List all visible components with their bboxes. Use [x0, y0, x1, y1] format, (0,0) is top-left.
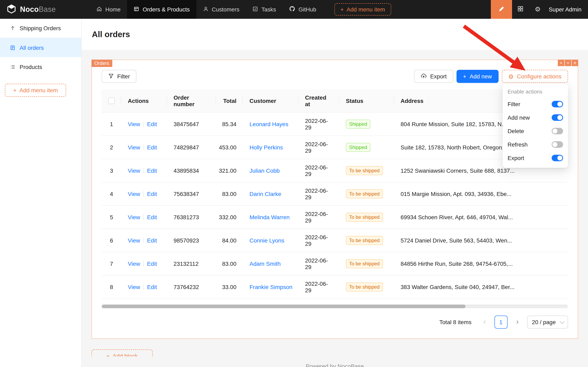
customer-link[interactable]: Adam Smith: [250, 260, 281, 267]
edit-link[interactable]: Edit: [147, 214, 157, 220]
plugin-manager-button[interactable]: [512, 0, 529, 19]
view-link[interactable]: View: [128, 191, 140, 197]
row-index: 2: [102, 136, 121, 159]
customer-link[interactable]: Darin Clarke: [250, 191, 281, 197]
view-link[interactable]: View: [128, 260, 140, 267]
address-cell: 383 Walter Gardens, Suite 040, 24947, Be…: [394, 275, 568, 298]
sidebar-item-all-orders[interactable]: All orders: [0, 38, 81, 57]
column-header-total: Total: [216, 89, 243, 112]
page-size-select[interactable]: 20 / page: [527, 316, 568, 329]
configure-actions-button[interactable]: ⚙ Configure actions: [502, 70, 568, 83]
view-link[interactable]: View: [128, 144, 140, 151]
table-row: 5 ViewEdit 76381273 332.00 Melinda Warre…: [102, 206, 568, 229]
block-add-icon[interactable]: +: [558, 60, 564, 66]
block-add-icon[interactable]: +: [565, 60, 571, 66]
pagination-total: Total 8 items: [439, 319, 471, 325]
add-block-button[interactable]: + Add block: [92, 350, 153, 356]
created-at-cell: 2022-06-29: [299, 136, 339, 159]
created-at-cell: 2022-06-29: [299, 183, 339, 205]
table-row: 7 ViewEdit 23132112 83.00 Adam Smith 202…: [102, 252, 568, 275]
view-link[interactable]: View: [128, 237, 140, 244]
table-toolbar: Filter Export + Add new ⚙: [102, 70, 568, 83]
column-header-status: Status: [339, 89, 394, 112]
scrollbar-thumb[interactable]: [102, 305, 465, 308]
next-page-button[interactable]: [511, 316, 524, 329]
page-number-button[interactable]: 1: [494, 316, 507, 329]
edit-link[interactable]: Edit: [147, 260, 157, 267]
home-icon: [96, 6, 102, 13]
gear-icon: ⚙: [535, 6, 541, 13]
delete-toggle-switch[interactable]: [552, 128, 563, 134]
toggle-row-filter[interactable]: Filter: [508, 97, 563, 111]
sidebar-item-products[interactable]: Products: [0, 57, 81, 76]
toggle-row-add-new[interactable]: Add new: [508, 111, 563, 124]
pagination: Total 8 items 1 20 / page: [102, 316, 568, 329]
block-menu-icon[interactable]: ≡: [572, 60, 578, 66]
block-designer-toolbar: + + ≡: [558, 60, 578, 66]
filter-button[interactable]: Filter: [102, 70, 136, 83]
edit-link[interactable]: Edit: [147, 191, 157, 197]
customer-link[interactable]: Leonard Hayes: [250, 121, 288, 127]
toggle-row-export[interactable]: Export: [508, 151, 563, 165]
view-link[interactable]: View: [128, 121, 140, 127]
edit-link[interactable]: Edit: [147, 144, 157, 151]
horizontal-scrollbar[interactable]: [102, 305, 568, 308]
pen-icon: [498, 6, 505, 13]
customer-link[interactable]: Holly Perkins: [250, 144, 283, 151]
customer-link[interactable]: Connie Lyons: [250, 237, 284, 244]
customer-link[interactable]: Melinda Warren: [250, 214, 290, 220]
export-toggle-switch[interactable]: [552, 155, 563, 161]
toggle-row-delete[interactable]: Delete: [508, 124, 563, 138]
nav-item-tasks[interactable]: Tasks: [246, 0, 283, 19]
gear-icon: ⚙: [508, 73, 514, 79]
add-menu-item-button-top[interactable]: + Add menu item: [334, 3, 391, 16]
edit-link[interactable]: Edit: [147, 284, 157, 290]
order-number-cell: 98570923: [167, 229, 216, 252]
block-collection-tag: Orders: [92, 60, 112, 67]
order-number-cell: 43895834: [167, 159, 216, 182]
nav-item-orders-products[interactable]: Orders & Products: [127, 0, 196, 19]
ui-editor-toggle-button[interactable]: [491, 0, 512, 19]
view-link[interactable]: View: [128, 167, 140, 174]
created-at-cell: 2022-06-29: [299, 206, 339, 229]
prev-page-button[interactable]: [478, 316, 491, 329]
view-link[interactable]: View: [128, 214, 140, 220]
status-badge: To be shipped: [346, 189, 383, 198]
customer-link[interactable]: Julian Cobb: [250, 167, 280, 174]
edit-link[interactable]: Edit: [147, 167, 157, 174]
nav-item-customers[interactable]: Customers: [196, 0, 246, 19]
address-cell: 015 Margie Mission, Apt. 093, 34936, Ebe…: [394, 183, 568, 205]
nav-item-home[interactable]: Home: [90, 0, 127, 19]
export-button[interactable]: Export: [414, 70, 453, 83]
filter-toggle-switch[interactable]: [552, 101, 563, 107]
order-number-cell: 74829847: [167, 136, 216, 159]
order-number-cell: 23132112: [167, 252, 216, 275]
plus-icon: +: [106, 353, 110, 356]
settings-button[interactable]: ⚙: [529, 0, 546, 19]
created-at-cell: 2022-06-29: [299, 113, 339, 135]
add-new-toggle-switch[interactable]: [552, 114, 563, 121]
customer-link[interactable]: Frankie Simpson: [250, 284, 292, 290]
edit-link[interactable]: Edit: [147, 121, 157, 127]
export-cloud-icon: [421, 73, 427, 80]
total-cell: 453.00: [216, 136, 243, 159]
user-menu[interactable]: Super Admin: [546, 0, 588, 19]
top-navbar: NocoBase Home Orders & Products Customer…: [0, 0, 588, 19]
enable-actions-dropdown: Enable actions Filter Add new Delete: [503, 84, 568, 168]
arrow-up-icon: [10, 25, 16, 31]
status-badge: To be shipped: [346, 283, 383, 292]
nav-item-github[interactable]: GitHub: [283, 0, 323, 19]
view-link[interactable]: View: [128, 284, 140, 290]
toggle-row-refresh[interactable]: Refresh: [508, 138, 563, 151]
nocobase-logo[interactable]: NocoBase: [0, 0, 82, 19]
navbar-right: ⚙ Super Admin: [491, 0, 588, 19]
add-new-button[interactable]: + Add new: [456, 70, 498, 83]
edit-link[interactable]: Edit: [147, 237, 157, 244]
select-all-checkbox[interactable]: [108, 98, 115, 104]
order-number-cell: 38475647: [167, 113, 216, 135]
total-cell: 84.00: [216, 229, 243, 252]
add-menu-item-button-sidebar[interactable]: + Add menu item: [5, 84, 66, 97]
page-title: All orders: [92, 30, 130, 39]
refresh-toggle-switch[interactable]: [552, 141, 563, 148]
sidebar-item-shipping-orders[interactable]: Shipping Orders: [0, 19, 81, 38]
